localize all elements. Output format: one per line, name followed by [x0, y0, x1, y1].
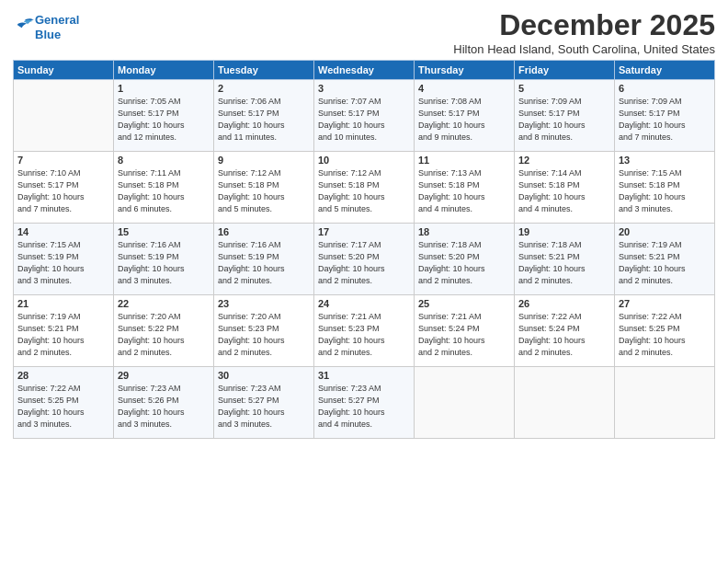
- day-number: 27: [619, 298, 711, 309]
- col-tuesday: Tuesday: [214, 61, 314, 80]
- day-info: Sunrise: 7:20 AM Sunset: 5:23 PM Dayligh…: [218, 311, 310, 359]
- cell-w5-d5: [415, 367, 515, 439]
- day-number: 11: [418, 155, 510, 166]
- cell-w3-d6: 19Sunrise: 7:18 AM Sunset: 5:21 PM Dayli…: [515, 224, 615, 295]
- day-number: 5: [518, 83, 610, 94]
- day-number: 10: [318, 155, 410, 166]
- logo-text-line1: General: [35, 13, 79, 28]
- day-info: Sunrise: 7:23 AM Sunset: 5:27 PM Dayligh…: [218, 383, 310, 431]
- cell-w2-d5: 11Sunrise: 7:13 AM Sunset: 5:18 PM Dayli…: [415, 152, 515, 224]
- cell-w2-d2: 8Sunrise: 7:11 AM Sunset: 5:18 PM Daylig…: [114, 152, 214, 224]
- day-number: 24: [318, 298, 410, 309]
- day-number: 8: [118, 155, 210, 166]
- day-info: Sunrise: 7:21 AM Sunset: 5:24 PM Dayligh…: [418, 311, 510, 359]
- day-number: 13: [619, 155, 711, 166]
- day-info: Sunrise: 7:23 AM Sunset: 5:26 PM Dayligh…: [118, 383, 210, 431]
- day-info: Sunrise: 7:12 AM Sunset: 5:18 PM Dayligh…: [318, 167, 410, 215]
- cell-w1-d1: [14, 80, 114, 152]
- cell-w5-d6: [515, 367, 615, 439]
- day-number: 7: [17, 155, 109, 166]
- day-number: 20: [619, 226, 711, 237]
- day-number: 23: [218, 298, 310, 309]
- cell-w2-d4: 10Sunrise: 7:12 AM Sunset: 5:18 PM Dayli…: [314, 152, 415, 224]
- day-number: 28: [17, 370, 109, 381]
- day-number: 25: [418, 298, 510, 309]
- day-info: Sunrise: 7:13 AM Sunset: 5:18 PM Dayligh…: [418, 167, 510, 215]
- cell-w5-d7: [615, 367, 715, 439]
- week-row-2: 7Sunrise: 7:10 AM Sunset: 5:17 PM Daylig…: [14, 152, 715, 224]
- day-info: Sunrise: 7:19 AM Sunset: 5:21 PM Dayligh…: [17, 311, 109, 359]
- day-info: Sunrise: 7:20 AM Sunset: 5:22 PM Dayligh…: [118, 311, 210, 359]
- week-row-4: 21Sunrise: 7:19 AM Sunset: 5:21 PM Dayli…: [14, 295, 715, 367]
- day-info: Sunrise: 7:10 AM Sunset: 5:17 PM Dayligh…: [17, 167, 109, 215]
- cell-w4-d7: 27Sunrise: 7:22 AM Sunset: 5:25 PM Dayli…: [615, 295, 715, 367]
- day-number: 12: [518, 155, 610, 166]
- title-block: December 2025 Hilton Head Island, South …: [453, 9, 715, 56]
- cell-w1-d2: 1Sunrise: 7:05 AM Sunset: 5:17 PM Daylig…: [114, 80, 214, 152]
- col-sunday: Sunday: [14, 61, 114, 80]
- day-info: Sunrise: 7:08 AM Sunset: 5:17 PM Dayligh…: [418, 96, 510, 144]
- day-info: Sunrise: 7:18 AM Sunset: 5:20 PM Dayligh…: [418, 239, 510, 287]
- cell-w5-d1: 28Sunrise: 7:22 AM Sunset: 5:25 PM Dayli…: [14, 367, 114, 439]
- cell-w1-d6: 5Sunrise: 7:09 AM Sunset: 5:17 PM Daylig…: [515, 80, 615, 152]
- month-title: December 2025: [453, 9, 715, 41]
- day-info: Sunrise: 7:12 AM Sunset: 5:18 PM Dayligh…: [218, 167, 310, 215]
- cell-w1-d7: 6Sunrise: 7:09 AM Sunset: 5:17 PM Daylig…: [615, 80, 715, 152]
- col-thursday: Thursday: [415, 61, 515, 80]
- day-number: 15: [118, 226, 210, 237]
- day-number: 16: [218, 226, 310, 237]
- header-row: Sunday Monday Tuesday Wednesday Thursday…: [14, 61, 715, 80]
- day-number: 17: [318, 226, 410, 237]
- day-info: Sunrise: 7:23 AM Sunset: 5:27 PM Dayligh…: [318, 383, 410, 431]
- day-info: Sunrise: 7:21 AM Sunset: 5:23 PM Dayligh…: [318, 311, 410, 359]
- day-info: Sunrise: 7:22 AM Sunset: 5:25 PM Dayligh…: [619, 311, 711, 359]
- day-number: 14: [17, 226, 109, 237]
- cell-w1-d4: 3Sunrise: 7:07 AM Sunset: 5:17 PM Daylig…: [314, 80, 415, 152]
- week-row-1: 1Sunrise: 7:05 AM Sunset: 5:17 PM Daylig…: [14, 80, 715, 152]
- cell-w3-d5: 18Sunrise: 7:18 AM Sunset: 5:20 PM Dayli…: [415, 224, 515, 295]
- subtitle: Hilton Head Island, South Carolina, Unit…: [453, 42, 715, 56]
- col-wednesday: Wednesday: [314, 61, 415, 80]
- day-number: 31: [318, 370, 410, 381]
- week-row-3: 14Sunrise: 7:15 AM Sunset: 5:19 PM Dayli…: [14, 224, 715, 295]
- day-number: 26: [518, 298, 610, 309]
- day-number: 18: [418, 226, 510, 237]
- page: General Blue December 2025 Hilton Head I…: [0, 0, 728, 563]
- cell-w1-d3: 2Sunrise: 7:06 AM Sunset: 5:17 PM Daylig…: [214, 80, 314, 152]
- cell-w3-d2: 15Sunrise: 7:16 AM Sunset: 5:19 PM Dayli…: [114, 224, 214, 295]
- cell-w4-d3: 23Sunrise: 7:20 AM Sunset: 5:23 PM Dayli…: [214, 295, 314, 367]
- day-info: Sunrise: 7:06 AM Sunset: 5:17 PM Dayligh…: [218, 96, 310, 144]
- day-number: 4: [418, 83, 510, 94]
- day-info: Sunrise: 7:16 AM Sunset: 5:19 PM Dayligh…: [118, 239, 210, 287]
- cell-w4-d4: 24Sunrise: 7:21 AM Sunset: 5:23 PM Dayli…: [314, 295, 415, 367]
- day-info: Sunrise: 7:09 AM Sunset: 5:17 PM Dayligh…: [619, 96, 711, 144]
- cell-w4-d5: 25Sunrise: 7:21 AM Sunset: 5:24 PM Dayli…: [415, 295, 515, 367]
- cell-w4-d2: 22Sunrise: 7:20 AM Sunset: 5:22 PM Dayli…: [114, 295, 214, 367]
- day-info: Sunrise: 7:09 AM Sunset: 5:17 PM Dayligh…: [518, 96, 610, 144]
- day-number: 30: [218, 370, 310, 381]
- col-saturday: Saturday: [615, 61, 715, 80]
- cell-w5-d2: 29Sunrise: 7:23 AM Sunset: 5:26 PM Dayli…: [114, 367, 214, 439]
- cell-w2-d6: 12Sunrise: 7:14 AM Sunset: 5:18 PM Dayli…: [515, 152, 615, 224]
- day-number: 1: [118, 83, 210, 94]
- day-info: Sunrise: 7:15 AM Sunset: 5:18 PM Dayligh…: [619, 167, 711, 215]
- logo-icon: [15, 17, 35, 34]
- calendar-table: Sunday Monday Tuesday Wednesday Thursday…: [13, 60, 715, 439]
- cell-w2-d1: 7Sunrise: 7:10 AM Sunset: 5:17 PM Daylig…: [14, 152, 114, 224]
- day-info: Sunrise: 7:22 AM Sunset: 5:25 PM Dayligh…: [17, 383, 109, 431]
- cell-w5-d3: 30Sunrise: 7:23 AM Sunset: 5:27 PM Dayli…: [214, 367, 314, 439]
- day-info: Sunrise: 7:17 AM Sunset: 5:20 PM Dayligh…: [318, 239, 410, 287]
- header: General Blue December 2025 Hilton Head I…: [13, 9, 715, 56]
- day-number: 19: [518, 226, 610, 237]
- cell-w2-d7: 13Sunrise: 7:15 AM Sunset: 5:18 PM Dayli…: [615, 152, 715, 224]
- cell-w2-d3: 9Sunrise: 7:12 AM Sunset: 5:18 PM Daylig…: [214, 152, 314, 224]
- day-number: 3: [318, 83, 410, 94]
- day-number: 22: [118, 298, 210, 309]
- day-info: Sunrise: 7:16 AM Sunset: 5:19 PM Dayligh…: [218, 239, 310, 287]
- logo: General Blue: [13, 13, 79, 41]
- day-info: Sunrise: 7:18 AM Sunset: 5:21 PM Dayligh…: [518, 239, 610, 287]
- day-number: 21: [17, 298, 109, 309]
- col-friday: Friday: [515, 61, 615, 80]
- day-info: Sunrise: 7:14 AM Sunset: 5:18 PM Dayligh…: [518, 167, 610, 215]
- day-info: Sunrise: 7:07 AM Sunset: 5:17 PM Dayligh…: [318, 96, 410, 144]
